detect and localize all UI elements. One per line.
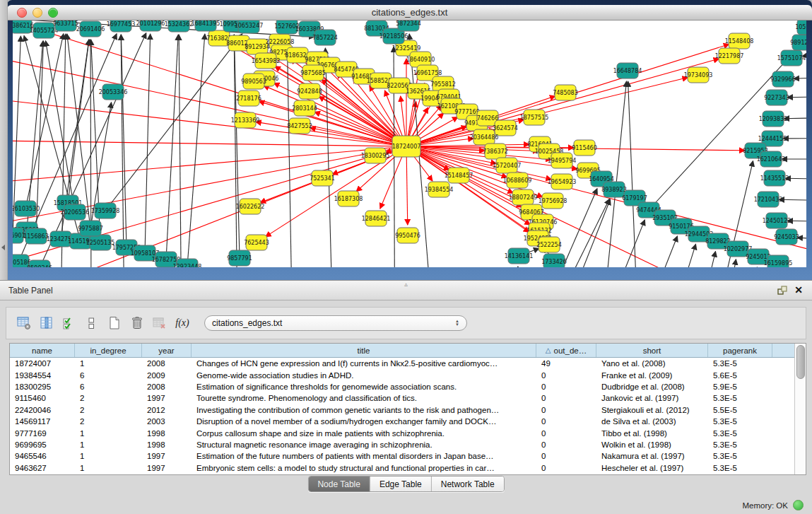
graph-node[interactable]: 17210433	[754, 192, 783, 207]
graph-canvas[interactable]: 1872400771638228860128891293422226058982…	[13, 20, 806, 267]
graph-node-hub[interactable]: 18724007	[392, 136, 421, 157]
splitter-grip-icon[interactable]: ▵	[404, 281, 408, 288]
graph-node[interactable]: 5872344	[396, 20, 421, 31]
minimize-window-icon[interactable]	[33, 8, 42, 18]
close-window-icon[interactable]	[17, 8, 27, 18]
column-header-in_degree[interactable]: in_degree	[75, 344, 142, 357]
graph-node[interactable]: 2718176	[236, 90, 261, 106]
column-header-title[interactable]: title	[192, 344, 536, 357]
graph-node[interactable]: 16022622	[236, 199, 265, 214]
select-columns-icon[interactable]	[36, 313, 57, 334]
graph-node[interactable]: 12450122	[763, 213, 792, 228]
graph-node[interactable]: 9875685	[300, 65, 326, 81]
table-row[interactable]: 2242004622012Investigating the contribut…	[10, 404, 795, 416]
graph-node[interactable]: 18300295	[361, 148, 390, 163]
citation-edge-black[interactable]	[46, 41, 75, 212]
graph-node[interactable]: 20691406	[76, 21, 105, 37]
graph-node[interactable]: 9891204	[790, 35, 806, 50]
graph-node[interactable]: 16543982	[252, 53, 281, 69]
graph-node[interactable]: 7525341	[310, 170, 335, 186]
graph-node[interactable]: 9975887	[78, 221, 103, 236]
graph-node[interactable]: 9242848	[297, 83, 322, 99]
graph-node[interactable]: 7485083	[553, 85, 578, 100]
graph-node[interactable]: 20053346	[99, 84, 128, 100]
new-table-icon[interactable]	[104, 313, 125, 334]
graph-node[interactable]: 15720407	[493, 158, 522, 173]
citation-edge-red[interactable]	[406, 144, 529, 146]
tab-node-table[interactable]: Node Table	[308, 477, 370, 491]
tab-network-table[interactable]: Network Table	[432, 477, 504, 491]
graph-node[interactable]: 8427552	[287, 118, 312, 134]
graph-node[interactable]: 9115460	[572, 140, 597, 156]
left-splitter[interactable]	[0, 0, 8, 280]
graph-node[interactable]: 19654923	[548, 174, 577, 189]
graph-node[interactable]: 2522254	[536, 237, 562, 252]
float-panel-icon[interactable]	[777, 285, 788, 296]
graph-node[interactable]: 7857224	[312, 30, 338, 45]
graph-node[interactable]: 19384554	[425, 182, 454, 197]
citation-edge-black[interactable]	[179, 35, 184, 267]
graph-node[interactable]: 9950476	[395, 228, 420, 243]
zoom-window-icon[interactable]	[48, 8, 58, 18]
graph-node[interactable]: 2803144	[292, 100, 317, 116]
graph-node[interactable]: 9245033	[774, 229, 799, 245]
citation-edge-red[interactable]	[264, 86, 406, 146]
graph-node[interactable]: 12846421	[362, 211, 391, 226]
column-header-year[interactable]: year	[142, 344, 192, 357]
citation-edge-black[interactable]	[495, 267, 518, 267]
graph-node[interactable]: 11435512	[760, 170, 789, 186]
graph-node[interactable]: 19495794	[548, 153, 577, 168]
table-row[interactable]: 911546021997Tourette syndrome. Phenomeno…	[10, 392, 795, 404]
citation-edge-black[interactable]	[25, 34, 64, 209]
graph-node[interactable]: 18807249	[509, 189, 538, 205]
graph-node[interactable]: 9633715	[53, 20, 78, 31]
citation-edge-black[interactable]	[787, 95, 806, 98]
graph-node[interactable]: 20206536	[61, 204, 90, 220]
graph-node[interactable]: 16159895	[764, 255, 793, 267]
tab-edge-table[interactable]: Edge Table	[370, 477, 432, 491]
table-settings-icon[interactable]	[13, 313, 35, 334]
graph-node[interactable]: 12505135	[86, 235, 115, 250]
table-row[interactable]: 1830029562008Estimation of significance …	[10, 381, 795, 392]
citation-edge-red[interactable]	[256, 122, 406, 146]
graph-node[interactable]: 15751074	[777, 50, 806, 66]
table-row[interactable]: 977716911998Corpus callosum shape and si…	[10, 427, 795, 438]
table-row[interactable]: 1938455462009Genome-wide association stu…	[10, 369, 795, 380]
citation-edge-black[interactable]	[68, 40, 89, 203]
destroy-table-icon[interactable]	[149, 313, 170, 334]
table-source-dropdown[interactable]: citations_edges.txt ▲▼	[204, 315, 467, 331]
citation-edge-black[interactable]	[287, 37, 297, 267]
graph-node[interactable]: 9227343	[764, 90, 789, 105]
window-titlebar[interactable]: citations_edges.txt	[7, 5, 812, 21]
graph-node[interactable]: 12133369	[231, 112, 260, 128]
graph-node[interactable]: 26103530	[13, 201, 40, 216]
graph-node[interactable]: 10688609	[503, 173, 532, 188]
citation-edge-red[interactable]	[406, 146, 408, 225]
select-all-icon[interactable]	[59, 313, 80, 334]
table-scrollbar[interactable]	[794, 344, 806, 474]
function-builder-icon[interactable]: f(x)	[172, 313, 193, 334]
citation-edge-red[interactable]	[274, 83, 406, 146]
column-header-name[interactable]: name	[10, 344, 75, 357]
delete-table-icon[interactable]	[126, 313, 148, 334]
graph-node[interactable]: 17359928	[91, 203, 120, 218]
table-row[interactable]: 946362711997Embryonic stem cells: a mode…	[10, 462, 795, 474]
table-panel-header[interactable]: ▵ Table Panel ✕	[0, 281, 812, 300]
scrollbar-thumb[interactable]	[796, 345, 805, 379]
citation-edge-black[interactable]	[779, 199, 806, 201]
citation-edge-black[interactable]	[166, 35, 178, 259]
graph-node[interactable]: 9857791	[227, 250, 252, 266]
graph-node[interactable]: 16187308	[334, 191, 363, 206]
graph-node[interactable]: 11548408	[725, 33, 754, 49]
graph-node[interactable]: 19734093	[684, 67, 713, 83]
citation-edge-black[interactable]	[145, 34, 151, 253]
close-panel-icon[interactable]: ✕	[792, 284, 805, 296]
graph-node[interactable]: 15148457	[445, 168, 473, 183]
column-header-short[interactable]: short	[596, 344, 708, 357]
graph-node[interactable]: 20364486	[470, 129, 499, 145]
table-row[interactable]: 946554611997Estimation of the future num…	[10, 450, 795, 462]
graph-node[interactable]: 16648784	[613, 63, 642, 78]
table-row[interactable]: 1456911722003Disruption of a novel membe…	[10, 416, 795, 427]
graph-node[interactable]: 8590346	[27, 260, 52, 267]
citation-edge-black[interactable]	[628, 81, 640, 267]
